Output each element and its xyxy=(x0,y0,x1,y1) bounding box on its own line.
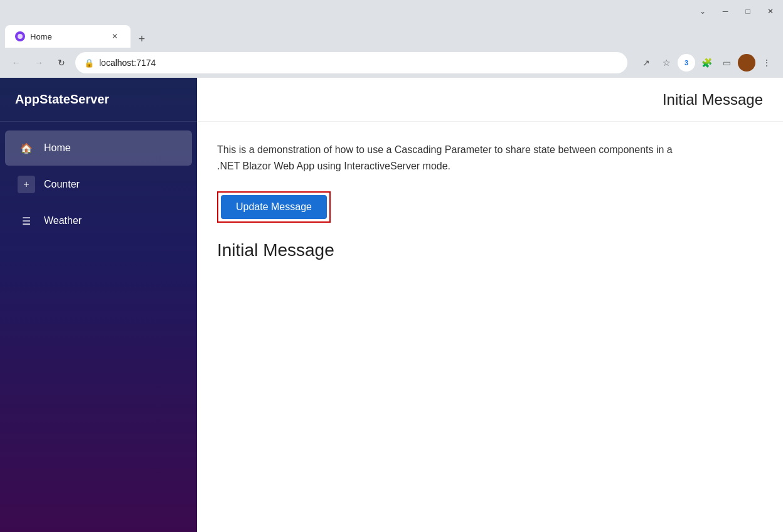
forward-button[interactable]: → xyxy=(30,54,48,72)
chevron-down-icon[interactable]: ⌄ xyxy=(698,6,708,16)
sidebar: AppStateServer 🏠 Home + Counter ☰ Weathe… xyxy=(0,78,197,532)
home-icon: 🏠 xyxy=(18,139,35,157)
tabs-bar: Home ✕ + xyxy=(0,23,783,48)
main-content: Initial Message This is a demonstration … xyxy=(197,78,783,532)
lock-icon: 🔒 xyxy=(84,58,94,68)
title-bar-controls: ⌄ ─ □ ✕ xyxy=(698,6,775,16)
maximize-button[interactable]: □ xyxy=(743,6,753,16)
tab-favicon xyxy=(15,31,25,41)
app-body: AppStateServer 🏠 Home + Counter ☰ Weathe… xyxy=(0,78,783,532)
toolbar-right: ↗ ☆ 3 🧩 ▭ ⋮ xyxy=(637,54,775,72)
tab-title: Home xyxy=(30,32,52,41)
url-bar[interactable]: 🔒 localhost:7174 xyxy=(75,52,627,73)
description-text: This is a demonstration of how to use a … xyxy=(217,142,694,174)
new-tab-button[interactable]: + xyxy=(133,30,151,48)
weather-icon: ☰ xyxy=(18,212,35,230)
tab-close-button[interactable]: ✕ xyxy=(109,31,120,42)
close-button[interactable]: ✕ xyxy=(765,6,775,16)
sidebar-item-counter[interactable]: + Counter xyxy=(5,167,192,202)
sidebar-item-weather-label: Weather xyxy=(44,215,82,226)
svg-point-0 xyxy=(18,34,23,39)
browser-chrome: ⌄ ─ □ ✕ Home ✕ + ← → ↻ 🔒 localhost:7174 … xyxy=(0,0,783,78)
sidebar-item-counter-label: Counter xyxy=(44,179,80,190)
update-button-highlight: Update Message xyxy=(217,191,331,223)
puzzle-icon[interactable]: 🧩 xyxy=(698,54,715,72)
url-text: localhost:7174 xyxy=(99,58,156,68)
active-tab[interactable]: Home ✕ xyxy=(5,25,130,48)
sidebar-toggle-icon[interactable]: ▭ xyxy=(718,54,735,72)
back-button[interactable]: ← xyxy=(8,54,25,72)
update-message-button[interactable]: Update Message xyxy=(221,195,327,219)
sidebar-item-home-label: Home xyxy=(44,142,71,154)
refresh-button[interactable]: ↻ xyxy=(53,54,70,72)
extension-icon[interactable]: 3 xyxy=(678,54,695,72)
address-bar: ← → ↻ 🔒 localhost:7174 ↗ ☆ 3 🧩 ▭ ⋮ xyxy=(0,48,783,78)
message-display: Initial Message xyxy=(217,240,763,260)
profile-avatar[interactable] xyxy=(738,54,755,72)
page-header-title: Initial Message xyxy=(663,91,763,109)
plus-icon: + xyxy=(18,176,35,193)
sidebar-item-home[interactable]: 🏠 Home xyxy=(5,130,192,166)
bookmark-icon[interactable]: ☆ xyxy=(658,54,675,72)
share-icon[interactable]: ↗ xyxy=(637,54,655,72)
menu-icon[interactable]: ⋮ xyxy=(758,54,775,72)
sidebar-nav: 🏠 Home + Counter ☰ Weather xyxy=(0,122,197,247)
title-bar: ⌄ ─ □ ✕ xyxy=(0,0,783,23)
sidebar-title: AppStateServer xyxy=(0,78,197,122)
minimize-button[interactable]: ─ xyxy=(720,6,730,16)
content-header: Initial Message xyxy=(197,78,783,122)
sidebar-item-weather[interactable]: ☰ Weather xyxy=(5,203,192,238)
content-body: This is a demonstration of how to use a … xyxy=(197,122,783,280)
